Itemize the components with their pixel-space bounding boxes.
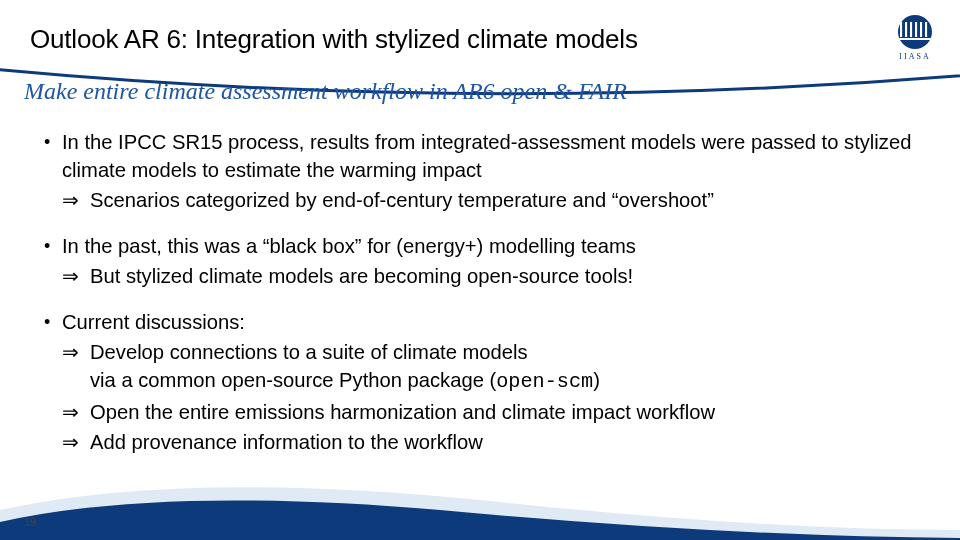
bullet-dot-icon: • <box>44 128 62 214</box>
bullet-lead: In the past, this was a “black box” for … <box>62 235 636 257</box>
content-area: • In the IPCC SR15 process, results from… <box>44 128 930 474</box>
bullet-dot-icon: • <box>44 308 62 456</box>
arrow-icon: ⇒ <box>62 398 90 426</box>
svg-rect-5 <box>920 22 922 37</box>
bullet-item: • Current discussions: ⇒ Develop connect… <box>44 308 930 456</box>
bullet-sub: But stylized climate models are becoming… <box>90 262 930 290</box>
code-token: open-scm <box>496 370 593 393</box>
bullet-lead: In the IPCC SR15 process, results from i… <box>62 131 911 181</box>
bullet-sub-text: Develop connections to a suite of climat… <box>90 341 600 391</box>
svg-rect-2 <box>905 22 907 37</box>
slide-subtitle: Make entire climate assessment workflow … <box>24 78 627 105</box>
bullet-item: • In the IPCC SR15 process, results from… <box>44 128 930 214</box>
svg-rect-7 <box>898 38 932 40</box>
bullet-dot-icon: • <box>44 232 62 290</box>
logo-text: IIASA <box>899 52 930 61</box>
bullet-sub: Develop connections to a suite of climat… <box>90 338 930 396</box>
bullet-sub: Add provenance information to the workfl… <box>90 428 930 456</box>
page-number: 19 <box>24 516 36 528</box>
bullet-lead: Current discussions: <box>62 311 245 333</box>
svg-rect-4 <box>915 22 917 37</box>
svg-rect-3 <box>910 22 912 37</box>
bullet-sub: Open the entire emissions harmonization … <box>90 398 930 426</box>
slide-title: Outlook AR 6: Integration with stylized … <box>30 24 638 55</box>
svg-rect-6 <box>925 22 927 37</box>
arrow-icon: ⇒ <box>62 262 90 290</box>
arrow-icon: ⇒ <box>62 338 90 396</box>
slide: IIASA Outlook AR 6: Integration with sty… <box>0 0 960 540</box>
bullet-sub: Scenarios categorized by end-of-century … <box>90 186 930 214</box>
arrow-icon: ⇒ <box>62 428 90 456</box>
svg-rect-1 <box>900 22 902 37</box>
iiasa-logo: IIASA <box>888 12 942 66</box>
bullet-item: • In the past, this was a “black box” fo… <box>44 232 930 290</box>
arrow-icon: ⇒ <box>62 186 90 214</box>
